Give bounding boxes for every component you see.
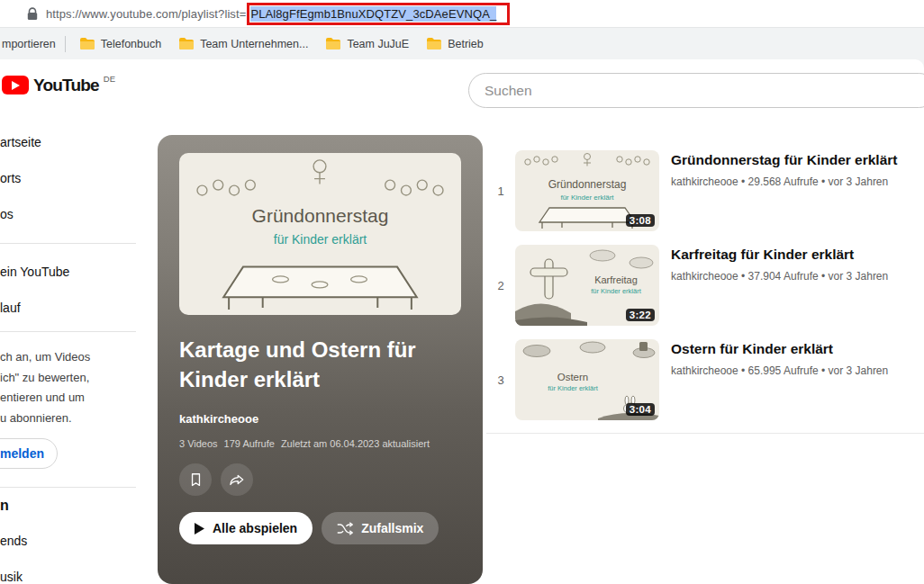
- sidebar-divider: [0, 243, 136, 244]
- bookmark-label: Team Unternehmen...: [200, 38, 308, 50]
- url-text: https://www.youtube.com/playlist?list=PL…: [46, 3, 510, 25]
- lock-icon: [27, 7, 38, 21]
- playlist-view-count: 179 Aufrufe: [224, 438, 275, 449]
- playlist-thumbnail-caption: Gründonnerstag für Kinder erklärt: [179, 205, 461, 247]
- video-title[interactable]: Karfreitag für Kinder erklärt: [671, 247, 888, 263]
- video-thumbnail[interactable]: Ostern für Kinder erklärt 3:04: [515, 339, 659, 420]
- sidebar-item-trends[interactable]: ends: [0, 523, 27, 559]
- video-index: 1: [486, 150, 515, 231]
- url-selected-text: PLAl8gFfEgmb1BnuXDQTZV_3cDAeEVNQA_: [250, 6, 496, 22]
- playlist-video-count: 3 Videos: [179, 438, 218, 449]
- bookmark-folder[interactable]: Team Unternehmen...: [170, 28, 317, 59]
- thumbnail-caption: Gründonnerstag für Kinder erklärt: [515, 178, 659, 202]
- signin-button[interactable]: melden: [0, 438, 58, 469]
- bookmarks-bar: mportieren Telefonbuch Team Unternehmen.…: [0, 28, 924, 59]
- bookmark-folder[interactable]: Telefonbuch: [71, 28, 170, 59]
- video-row: 1 Gründonnerstag für Kinder erklärt 3:08: [486, 150, 924, 231]
- browser-window: https://www.youtube.com/playlist?list=PL…: [0, 0, 924, 584]
- video-thumbnail[interactable]: Karfreitag für Kinder erklärt 3:22: [515, 245, 659, 326]
- video-row: 2 Karfreitag für Kinder erklärt 3:22 Kar…: [486, 245, 924, 326]
- playlist-buttons: Alle abspielen Zufallsmix: [179, 512, 461, 544]
- search-input[interactable]: [468, 73, 924, 108]
- signin-prompt: ch an, um Videos ich" zu bewerten, entie…: [0, 347, 142, 428]
- bookmark-folder[interactable]: Betrieb: [418, 28, 493, 59]
- bookmark-label: Telefonbuch: [101, 38, 161, 50]
- sidebar-item-verlauf[interactable]: lauf: [0, 290, 69, 326]
- youtube-play-icon: [2, 76, 29, 94]
- video-meta: kathkircheooe • 65.995 Aufrufe • vor 3 J…: [671, 364, 888, 377]
- video-meta: kathkircheooe • 29.568 Aufrufe • vor 3 J…: [671, 175, 897, 188]
- playlist-actions: [179, 463, 461, 496]
- duration-badge: 3:04: [626, 403, 655, 416]
- duration-badge: 3:08: [626, 214, 655, 227]
- play-all-button[interactable]: Alle abspielen: [179, 512, 313, 544]
- thumbnail-caption: Ostern für Kinder erklärt: [528, 372, 618, 392]
- sidebar-item-mein-youtube[interactable]: ein YouTube: [0, 254, 69, 290]
- video-info: Gründonnerstag für Kinder erklärt kathki…: [659, 150, 897, 231]
- bookmark-label: Team JuJuE: [347, 38, 409, 50]
- youtube-region-badge: DE: [104, 74, 115, 84]
- share-button[interactable]: [221, 463, 253, 496]
- play-icon: [195, 523, 204, 535]
- youtube-logo-text: YouTube: [33, 76, 99, 94]
- video-title[interactable]: Ostern für Kinder erklärt: [671, 341, 888, 357]
- playlist-updated: Zuletzt am 06.04.2023 aktualisiert: [281, 438, 430, 449]
- folder-icon: [326, 38, 340, 49]
- folder-icon: [427, 38, 441, 49]
- video-meta: kathkircheooe • 37.904 Aufrufe • vor 3 J…: [671, 270, 888, 283]
- list-divider: [486, 433, 924, 434]
- shuffle-icon: [337, 522, 353, 535]
- url-prefix: https://www.youtube.com/playlist?list=: [46, 7, 246, 21]
- folder-icon: [179, 38, 194, 49]
- browser-address-bar[interactable]: https://www.youtube.com/playlist?list=PL…: [0, 0, 924, 28]
- youtube-logo[interactable]: YouTube DE: [2, 76, 115, 94]
- playlist-stats: 3 Videos 179 Aufrufe Zuletzt am 06.04.20…: [179, 438, 461, 449]
- video-thumbnail[interactable]: Gründonnerstag für Kinder erklärt 3:08: [515, 150, 659, 231]
- video-info: Ostern für Kinder erklärt kathkircheooe …: [659, 339, 888, 420]
- bookmark-icon: [187, 472, 204, 489]
- sidebar-library: ein YouTube lauf: [0, 254, 69, 326]
- sidebar-item-shorts[interactable]: orts: [0, 160, 41, 196]
- playlist-thumbnail[interactable]: Gründonnerstag für Kinder erklärt: [179, 153, 461, 315]
- sidebar-item-startseite[interactable]: artseite: [0, 124, 41, 160]
- bookmark-item[interactable]: mportieren: [0, 28, 63, 59]
- youtube-header: YouTube DE: [0, 59, 924, 112]
- thumbnail-caption: Karfreitag für Kinder erklärt: [578, 274, 654, 295]
- sidebar-item-musik[interactable]: usik: [0, 559, 27, 584]
- playlist-title: Kartage und Ostern für Kinder erklärt: [179, 335, 449, 394]
- duration-badge: 3:22: [626, 309, 655, 321]
- video-title[interactable]: Gründonnerstag für Kinder erklärt: [671, 152, 897, 168]
- sidebar-section-header: n: [0, 498, 9, 514]
- bookmark-label: mportieren: [2, 38, 56, 50]
- sidebar-explore: ends usik: [0, 523, 27, 584]
- save-playlist-button[interactable]: [179, 463, 212, 496]
- sidebar-divider: [0, 487, 136, 488]
- bookmark-label: Betrieb: [448, 38, 484, 50]
- video-info: Karfreitag für Kinder erklärt kathkirche…: [659, 245, 888, 326]
- sidebar-nav: artseite orts os: [0, 124, 41, 232]
- sidebar-item-abos[interactable]: os: [0, 196, 41, 232]
- sidebar-divider: [0, 331, 136, 332]
- bookmarks-separator: [65, 36, 66, 52]
- video-index: 2: [486, 245, 515, 326]
- shuffle-button[interactable]: Zufallsmix: [322, 512, 439, 544]
- playlist-video-list: 1 Gründonnerstag für Kinder erklärt 3:08: [486, 150, 924, 434]
- share-icon: [228, 471, 246, 489]
- bookmark-folder[interactable]: Team JuJuE: [317, 28, 418, 59]
- annotation-red-box: PLAl8gFfEgmb1BnuXDQTZV_3cDAeEVNQA_: [247, 3, 510, 25]
- video-row: 3 Ostern für Kinder erklärt 3:04: [486, 339, 924, 420]
- playlist-channel-link[interactable]: kathkircheooe: [179, 412, 461, 426]
- playlist-header-card: Gründonnerstag für Kinder erklärt Kartag…: [158, 135, 483, 584]
- folder-icon: [80, 38, 95, 49]
- video-index: 3: [486, 339, 515, 420]
